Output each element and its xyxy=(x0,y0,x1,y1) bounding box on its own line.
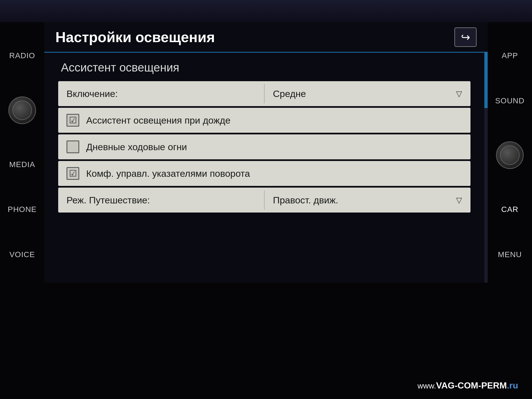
left-knob[interactable] xyxy=(8,96,36,124)
watermark: www.VAG-COM-PERM.ru xyxy=(418,380,518,391)
travel-dropdown-icon: ▽ xyxy=(456,196,462,205)
settings-list: Включение: Средне ▽ ☑ Ассистент освещени… xyxy=(58,81,470,213)
inclusion-dropdown-icon: ▽ xyxy=(456,89,462,98)
top-bar xyxy=(0,0,532,22)
daytime-lights-checkbox[interactable]: ☐ xyxy=(66,140,79,153)
rain-assistant-checkbox[interactable]: ☑ xyxy=(66,114,79,127)
inclusion-label: Включение: xyxy=(58,83,264,105)
inclusion-value[interactable]: Средне ▽ xyxy=(265,83,470,105)
right-knob[interactable] xyxy=(496,141,524,169)
side-nav-right: APP SOUND CAR MENU xyxy=(488,22,532,288)
settings-content: Ассистент освещения Включение: Средне ▽ … xyxy=(44,53,488,221)
checkmark-icon-2: ☑ xyxy=(69,169,77,178)
comfort-turn-checkbox[interactable]: ☑ xyxy=(66,167,79,180)
nav-phone[interactable]: PHONE xyxy=(8,205,37,214)
back-arrow-icon: ↩ xyxy=(461,31,470,44)
nav-car[interactable]: CAR xyxy=(501,205,518,214)
nav-media[interactable]: MEDIA xyxy=(9,160,35,169)
nav-radio[interactable]: RADIO xyxy=(9,51,35,60)
main-content: Настройки освещения ↩ Ассистент освещени… xyxy=(44,22,488,288)
checkmark-icon: ☑ xyxy=(69,116,77,125)
inclusion-value-text: Средне xyxy=(273,88,306,99)
nav-sound[interactable]: SOUND xyxy=(495,96,525,105)
page-header: Настройки освещения ↩ xyxy=(44,22,488,53)
watermark-tld: .ru xyxy=(507,380,518,390)
scrollbar[interactable] xyxy=(484,53,488,288)
nav-voice[interactable]: VOICE xyxy=(9,250,35,259)
left-knob-inner xyxy=(12,101,32,120)
comfort-turn-label: Комф. управл. указателями поворота xyxy=(86,168,250,179)
watermark-brand: VAG-COM-PERM xyxy=(436,380,507,390)
daytime-lights-row[interactable]: ☐ Дневные ходовые огни xyxy=(58,134,470,159)
nav-menu[interactable]: MENU xyxy=(498,250,522,259)
travel-mode-value[interactable]: Правост. движ. ▽ xyxy=(265,189,470,211)
rain-assistant-row[interactable]: ☑ Ассистент освещения при дожде xyxy=(58,108,470,133)
inclusion-setting-row[interactable]: Включение: Средне ▽ xyxy=(58,81,470,106)
section-title: Ассистент освещения xyxy=(58,61,470,74)
back-button[interactable]: ↩ xyxy=(454,27,477,47)
side-nav-left: RADIO MEDIA PHONE VOICE xyxy=(0,22,44,288)
watermark-prefix: www. xyxy=(418,382,436,390)
travel-mode-label: Реж. Путешествие: xyxy=(58,189,264,211)
rain-assistant-label: Ассистент освещения при дожде xyxy=(86,115,231,126)
travel-mode-row[interactable]: Реж. Путешествие: Правост. движ. ▽ xyxy=(58,188,470,213)
nav-app[interactable]: APP xyxy=(502,51,518,60)
right-knob-inner xyxy=(500,145,520,165)
page-title: Настройки освещения xyxy=(55,29,454,45)
scroll-thumb xyxy=(484,53,488,108)
travel-mode-value-text: Правост. движ. xyxy=(273,195,338,206)
comfort-turn-row[interactable]: ☑ Комф. управл. указателями поворота xyxy=(58,161,470,186)
bottom-area: www.VAG-COM-PERM.ru xyxy=(0,283,532,399)
daytime-lights-label: Дневные ходовые огни xyxy=(86,142,187,152)
